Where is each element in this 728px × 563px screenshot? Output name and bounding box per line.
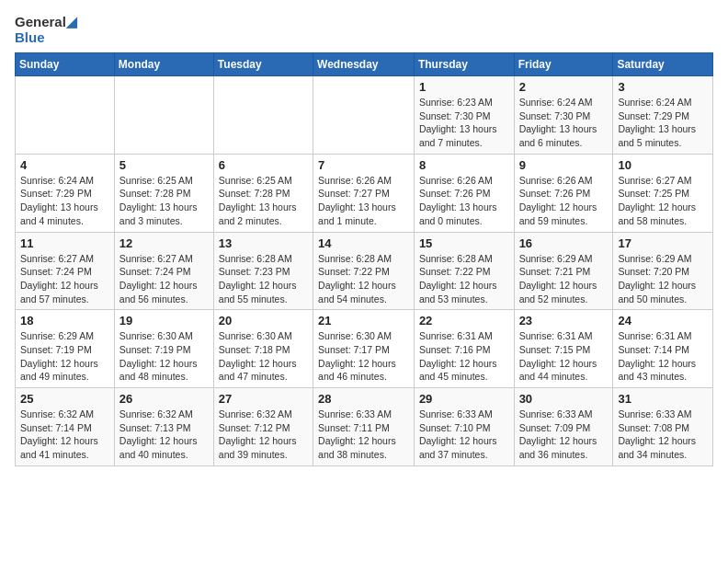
day-number: 24 xyxy=(618,314,708,327)
logo-text: General◢ Blue xyxy=(15,15,77,45)
logo-blue: Blue xyxy=(15,30,77,46)
calendar-week-3: 11Sunrise: 6:27 AMSunset: 7:24 PMDayligh… xyxy=(16,232,713,310)
day-info: Sunrise: 6:27 AMSunset: 7:24 PMDaylight:… xyxy=(119,252,209,306)
day-number: 2 xyxy=(519,80,609,94)
calendar-cell: 28Sunrise: 6:33 AMSunset: 7:11 PMDayligh… xyxy=(313,388,415,466)
calendar-cell: 2Sunrise: 6:24 AMSunset: 7:30 PMDaylight… xyxy=(514,76,613,155)
calendar-cell: 8Sunrise: 6:26 AMSunset: 7:26 PMDaylight… xyxy=(414,154,514,232)
calendar-week-1: 1Sunrise: 6:23 AMSunset: 7:30 PMDaylight… xyxy=(16,76,713,155)
day-header-sunday: Sunday xyxy=(16,53,115,76)
calendar-week-2: 4Sunrise: 6:24 AMSunset: 7:29 PMDaylight… xyxy=(16,154,713,232)
calendar-cell: 12Sunrise: 6:27 AMSunset: 7:24 PMDayligh… xyxy=(114,232,213,310)
day-number: 13 xyxy=(219,236,308,250)
calendar-cell: 5Sunrise: 6:25 AMSunset: 7:28 PMDaylight… xyxy=(114,154,213,232)
calendar-cell: 25Sunrise: 6:32 AMSunset: 7:14 PMDayligh… xyxy=(16,388,115,466)
day-info: Sunrise: 6:26 AMSunset: 7:27 PMDaylight:… xyxy=(318,174,409,228)
day-info: Sunrise: 6:32 AMSunset: 7:14 PMDaylight:… xyxy=(20,408,109,462)
day-info: Sunrise: 6:25 AMSunset: 7:28 PMDaylight:… xyxy=(219,174,308,228)
calendar-cell: 30Sunrise: 6:33 AMSunset: 7:09 PMDayligh… xyxy=(514,388,613,466)
page-header: General◢ Blue xyxy=(15,15,713,45)
day-number: 27 xyxy=(219,392,308,406)
day-info: Sunrise: 6:29 AMSunset: 7:20 PMDaylight:… xyxy=(618,252,708,306)
day-info: Sunrise: 6:23 AMSunset: 7:30 PMDaylight:… xyxy=(419,96,509,150)
calendar-cell xyxy=(213,76,313,155)
calendar-cell: 21Sunrise: 6:30 AMSunset: 7:17 PMDayligh… xyxy=(313,310,415,388)
day-number: 5 xyxy=(119,158,209,172)
day-number: 3 xyxy=(618,80,708,94)
calendar-cell xyxy=(313,76,415,155)
calendar-cell: 19Sunrise: 6:30 AMSunset: 7:19 PMDayligh… xyxy=(114,310,213,388)
day-number: 19 xyxy=(119,314,209,327)
day-info: Sunrise: 6:26 AMSunset: 7:26 PMDaylight:… xyxy=(419,174,509,228)
day-info: Sunrise: 6:33 AMSunset: 7:08 PMDaylight:… xyxy=(618,408,708,462)
day-header-thursday: Thursday xyxy=(414,53,514,76)
day-header-monday: Monday xyxy=(114,53,213,76)
day-number: 16 xyxy=(519,236,609,250)
day-info: Sunrise: 6:31 AMSunset: 7:14 PMDaylight:… xyxy=(618,329,708,384)
day-header-tuesday: Tuesday xyxy=(213,53,313,76)
day-number: 17 xyxy=(618,236,708,250)
day-info: Sunrise: 6:32 AMSunset: 7:13 PMDaylight:… xyxy=(119,408,209,462)
calendar-week-4: 18Sunrise: 6:29 AMSunset: 7:19 PMDayligh… xyxy=(16,310,713,388)
logo: General◢ Blue xyxy=(15,15,77,45)
day-number: 30 xyxy=(519,392,609,406)
day-number: 21 xyxy=(318,314,409,327)
day-number: 31 xyxy=(618,392,708,406)
day-number: 14 xyxy=(318,236,409,250)
day-info: Sunrise: 6:32 AMSunset: 7:12 PMDaylight:… xyxy=(219,408,308,462)
calendar-cell: 15Sunrise: 6:28 AMSunset: 7:22 PMDayligh… xyxy=(414,232,514,310)
day-info: Sunrise: 6:30 AMSunset: 7:18 PMDaylight:… xyxy=(219,329,308,384)
day-info: Sunrise: 6:27 AMSunset: 7:25 PMDaylight:… xyxy=(618,174,708,228)
calendar-cell: 26Sunrise: 6:32 AMSunset: 7:13 PMDayligh… xyxy=(114,388,213,466)
calendar-cell: 24Sunrise: 6:31 AMSunset: 7:14 PMDayligh… xyxy=(613,310,713,388)
calendar-cell: 4Sunrise: 6:24 AMSunset: 7:29 PMDaylight… xyxy=(16,154,115,232)
day-number: 1 xyxy=(419,80,509,94)
day-info: Sunrise: 6:29 AMSunset: 7:21 PMDaylight:… xyxy=(519,252,609,306)
calendar-table: SundayMondayTuesdayWednesdayThursdayFrid… xyxy=(15,52,713,466)
day-number: 15 xyxy=(419,236,509,250)
calendar-cell: 1Sunrise: 6:23 AMSunset: 7:30 PMDaylight… xyxy=(414,76,514,155)
calendar-cell: 14Sunrise: 6:28 AMSunset: 7:22 PMDayligh… xyxy=(313,232,415,310)
day-info: Sunrise: 6:25 AMSunset: 7:28 PMDaylight:… xyxy=(119,174,209,228)
day-info: Sunrise: 6:31 AMSunset: 7:15 PMDaylight:… xyxy=(519,329,609,384)
calendar-cell xyxy=(16,76,115,155)
day-info: Sunrise: 6:33 AMSunset: 7:11 PMDaylight:… xyxy=(318,408,409,462)
day-number: 20 xyxy=(219,314,308,327)
calendar-cell: 20Sunrise: 6:30 AMSunset: 7:18 PMDayligh… xyxy=(213,310,313,388)
calendar-cell: 23Sunrise: 6:31 AMSunset: 7:15 PMDayligh… xyxy=(514,310,613,388)
calendar-cell: 11Sunrise: 6:27 AMSunset: 7:24 PMDayligh… xyxy=(16,232,115,310)
day-info: Sunrise: 6:29 AMSunset: 7:19 PMDaylight:… xyxy=(20,329,109,384)
day-info: Sunrise: 6:27 AMSunset: 7:24 PMDaylight:… xyxy=(20,252,109,306)
calendar-cell: 31Sunrise: 6:33 AMSunset: 7:08 PMDayligh… xyxy=(613,388,713,466)
day-header-friday: Friday xyxy=(514,53,613,76)
day-info: Sunrise: 6:24 AMSunset: 7:30 PMDaylight:… xyxy=(519,96,609,150)
day-info: Sunrise: 6:30 AMSunset: 7:19 PMDaylight:… xyxy=(119,329,209,384)
calendar-cell: 27Sunrise: 6:32 AMSunset: 7:12 PMDayligh… xyxy=(213,388,313,466)
calendar-week-5: 25Sunrise: 6:32 AMSunset: 7:14 PMDayligh… xyxy=(16,388,713,466)
day-header-saturday: Saturday xyxy=(613,53,713,76)
day-number: 7 xyxy=(318,158,409,172)
day-info: Sunrise: 6:26 AMSunset: 7:26 PMDaylight:… xyxy=(519,174,609,228)
day-info: Sunrise: 6:31 AMSunset: 7:16 PMDaylight:… xyxy=(419,329,509,384)
calendar-cell: 3Sunrise: 6:24 AMSunset: 7:29 PMDaylight… xyxy=(613,76,713,155)
day-info: Sunrise: 6:30 AMSunset: 7:17 PMDaylight:… xyxy=(318,329,409,384)
day-header-wednesday: Wednesday xyxy=(313,53,415,76)
day-number: 25 xyxy=(20,392,109,406)
day-info: Sunrise: 6:28 AMSunset: 7:22 PMDaylight:… xyxy=(318,252,409,306)
calendar-cell: 10Sunrise: 6:27 AMSunset: 7:25 PMDayligh… xyxy=(613,154,713,232)
day-number: 6 xyxy=(219,158,308,172)
day-info: Sunrise: 6:24 AMSunset: 7:29 PMDaylight:… xyxy=(618,96,708,150)
calendar-cell: 22Sunrise: 6:31 AMSunset: 7:16 PMDayligh… xyxy=(414,310,514,388)
day-number: 10 xyxy=(618,158,708,172)
day-number: 29 xyxy=(419,392,509,406)
calendar-cell: 18Sunrise: 6:29 AMSunset: 7:19 PMDayligh… xyxy=(16,310,115,388)
calendar-cell: 9Sunrise: 6:26 AMSunset: 7:26 PMDaylight… xyxy=(514,154,613,232)
calendar-cell: 13Sunrise: 6:28 AMSunset: 7:23 PMDayligh… xyxy=(213,232,313,310)
day-number: 4 xyxy=(20,158,109,172)
calendar-cell: 6Sunrise: 6:25 AMSunset: 7:28 PMDaylight… xyxy=(213,154,313,232)
day-number: 12 xyxy=(119,236,209,250)
logo-general: General◢ xyxy=(15,15,77,30)
day-number: 8 xyxy=(419,158,509,172)
day-number: 18 xyxy=(20,314,109,327)
calendar-cell xyxy=(114,76,213,155)
